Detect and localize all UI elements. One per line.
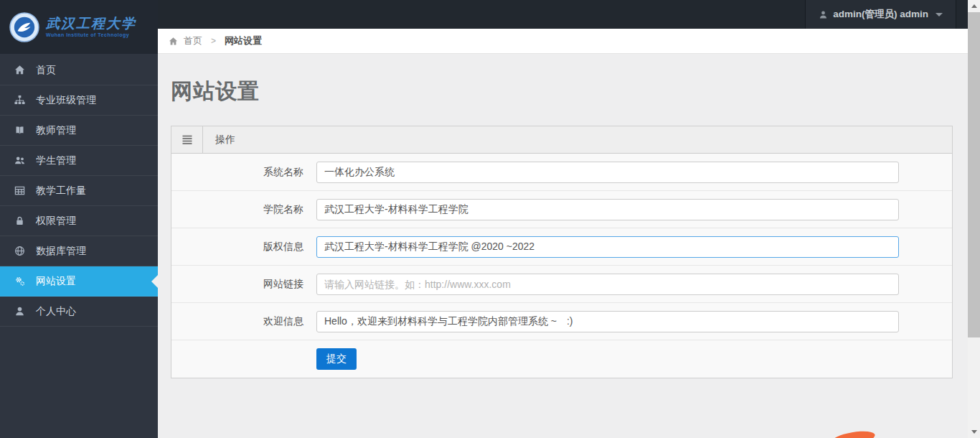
globe-icon xyxy=(14,246,25,257)
breadcrumb-home-link[interactable]: 首页 xyxy=(184,34,202,47)
sidebar-item-workload[interactable]: 教学工作量 xyxy=(0,176,158,206)
sidebar-item-teachers[interactable]: 教师管理 xyxy=(0,116,158,146)
home-icon xyxy=(14,65,25,76)
home-icon xyxy=(169,37,178,46)
sidebar-item-label: 教师管理 xyxy=(36,124,76,137)
sidebar-item-label: 首页 xyxy=(36,64,56,77)
gears-icon xyxy=(14,276,25,287)
welcome-message-input[interactable] xyxy=(316,311,899,332)
sidebar-item-label: 学生管理 xyxy=(36,154,76,167)
table-icon xyxy=(14,185,25,197)
scrollbar-thumb[interactable] xyxy=(968,12,980,337)
breadcrumb-separator: > xyxy=(208,36,219,46)
submit-row: 提交 xyxy=(171,340,952,378)
users-icon xyxy=(14,155,25,167)
site-link-label: 网站链接 xyxy=(171,278,316,291)
panel-header: 操作 xyxy=(171,126,952,154)
sidebar-item-label: 教学工作量 xyxy=(36,185,86,197)
user-menu[interactable]: admin(管理员) admin xyxy=(805,0,956,29)
sidebar-item-home[interactable]: 首页 xyxy=(0,55,158,85)
scrollbar-up-button[interactable] xyxy=(968,0,980,12)
sidebar: 武汉工程大学 Wuhan Institute of Technology 首页专… xyxy=(0,0,158,438)
form-row: 版权信息 xyxy=(171,228,952,266)
form-row: 学院名称 xyxy=(171,191,952,228)
sidebar-item-permissions[interactable]: 权限管理 xyxy=(0,206,158,236)
welcome-message-label: 欢迎信息 xyxy=(171,315,316,328)
brand-text: 武汉工程大学 Wuhan Institute of Technology xyxy=(46,17,136,37)
form-row: 系统名称 xyxy=(171,154,952,191)
sidebar-item-profile[interactable]: 个人中心 xyxy=(0,297,158,327)
breadcrumb: 首页 > 网站设置 xyxy=(158,29,968,54)
university-name-cn: 武汉工程大学 xyxy=(46,17,136,31)
sidebar-item-label: 数据库管理 xyxy=(36,245,86,258)
hamburger-icon xyxy=(182,135,193,145)
sidebar-item-major-class[interactable]: 专业班级管理 xyxy=(0,85,158,116)
sitemap-icon xyxy=(14,95,25,106)
panel-collapse-button[interactable] xyxy=(171,126,203,153)
arrow-down-icon xyxy=(971,430,977,434)
site-link-input[interactable] xyxy=(316,274,899,295)
copyright-input[interactable] xyxy=(316,236,899,258)
arrow-up-icon xyxy=(971,4,977,8)
book-icon xyxy=(14,125,25,136)
form-row: 网站链接 xyxy=(171,266,952,303)
chevron-down-icon xyxy=(936,13,943,17)
breadcrumb-current: 网站设置 xyxy=(225,34,262,47)
active-item-arrow xyxy=(151,275,158,288)
system-name-label: 系统名称 xyxy=(171,166,316,179)
user-icon xyxy=(819,10,828,19)
submit-button[interactable]: 提交 xyxy=(316,348,357,370)
lock-icon xyxy=(14,215,25,227)
panel-header-label: 操作 xyxy=(203,126,235,153)
sidebar-item-label: 专业班级管理 xyxy=(36,94,96,107)
sidebar-item-site-settings[interactable]: 网站设置 xyxy=(0,266,158,297)
page-title: 网站设置 xyxy=(171,77,968,106)
sidebar-item-label: 权限管理 xyxy=(36,215,76,228)
sidebar-item-students[interactable]: 学生管理 xyxy=(0,146,158,176)
sidebar-menu: 首页专业班级管理教师管理学生管理教学工作量权限管理数据库管理网站设置个人中心 xyxy=(0,55,158,327)
settings-panel: 操作 系统名称学院名称版权信息网站链接欢迎信息 提交 xyxy=(171,126,953,378)
vertical-scrollbar xyxy=(968,0,980,438)
system-name-input[interactable] xyxy=(316,162,899,183)
college-name-label: 学院名称 xyxy=(171,203,316,216)
sidebar-item-database[interactable]: 数据库管理 xyxy=(0,236,158,266)
university-name-en: Wuhan Institute of Technology xyxy=(46,32,136,37)
copyright-label: 版权信息 xyxy=(171,241,316,253)
main-content: 网站设置 操作 系统名称学院名称版权信息网站链接欢迎信息 提交 xyxy=(158,54,968,438)
university-logo: 武汉工程大学 Wuhan Institute of Technology xyxy=(0,0,158,54)
sidebar-item-label: 网站设置 xyxy=(36,275,76,288)
college-name-input[interactable] xyxy=(316,199,899,220)
sidebar-item-label: 个人中心 xyxy=(36,305,76,318)
form-rows: 系统名称学院名称版权信息网站链接欢迎信息 xyxy=(171,154,952,340)
user-icon xyxy=(14,306,25,317)
form-row: 欢迎信息 xyxy=(171,303,952,340)
user-menu-label: admin(管理员) admin xyxy=(833,8,928,21)
scrollbar-down-button[interactable] xyxy=(968,426,980,438)
university-emblem-icon xyxy=(9,12,39,42)
topbar: admin(管理员) admin xyxy=(158,0,968,29)
